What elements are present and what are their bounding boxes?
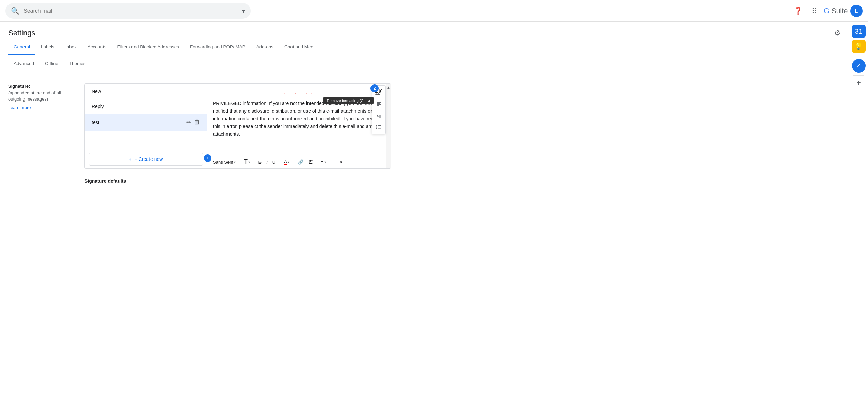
numbered-list-icon: ≔ [331,159,335,165]
tab-general[interactable]: General [8,40,35,55]
image-icon: 🖼 [308,159,313,165]
sidebar-divider-2 [853,75,864,76]
calendar-icon: 31 [855,28,862,35]
signature-text-area[interactable]: · · · · · · PRIVILEGED information. If y… [207,84,391,155]
tab-offline[interactable]: Offline [40,58,64,70]
underline-icon: U [272,159,275,165]
tips-sidebar-button[interactable]: 💡 [852,40,866,53]
tip-icon: 💡 [854,42,863,50]
badge-1: 1 [204,154,211,162]
align-chevron: ▾ [324,160,326,164]
signature-label: Signature: (appended at the end of all o… [8,83,76,189]
avatar[interactable]: L [850,5,863,17]
toolbar-sep-1 [240,158,240,165]
svg-rect-3 [378,127,381,127]
apps-grid-icon: ⠿ [812,7,817,15]
search-icon: 🔍 [11,7,19,15]
tab-labels[interactable]: Labels [35,40,60,55]
signature-text: PRIVILEGED information. If you are not t… [213,100,385,138]
font-color-button[interactable]: A ▾ [282,157,291,166]
signature-label-title: Signature: [8,83,76,89]
indent-left-icon [376,112,382,119]
create-new-label: + Create new [135,156,163,162]
help-icon: ❓ [794,7,802,15]
help-button[interactable]: ❓ [791,4,805,18]
align-button[interactable]: ≡ ▾ [319,158,328,166]
more-options-button[interactable]: ▾ [338,158,344,166]
link-button[interactable]: 🔗 [296,158,305,166]
sig-item-test[interactable]: test ✏ 🗑 [85,114,207,131]
check-icon: ✓ [856,62,862,70]
search-bar[interactable]: 🔍 ▾ [5,3,251,19]
toolbar-sep-2 [254,158,254,165]
tab-advanced[interactable]: Advanced [8,58,40,70]
bullet-list-button[interactable] [373,122,384,133]
signature-defaults-title: Signature defaults [84,178,391,184]
bold-button[interactable]: B [256,158,264,166]
signature-toolbar: 1 Sans Serif ▾ T ▾ [207,155,391,168]
font-size-chevron: ▾ [248,160,250,164]
align-icon: ≡ [321,159,324,165]
settings-gear-icon[interactable]: ⚙ [834,29,841,37]
sig-item-reply[interactable]: Reply [85,99,207,114]
page-title: Settings [8,29,35,37]
search-input[interactable] [23,8,238,14]
image-button[interactable]: 🖼 [306,158,315,166]
scroll-up-icon[interactable]: ▲ [385,84,392,91]
sig-item-new[interactable]: New [85,84,207,99]
svg-point-4 [376,128,377,129]
plus-icon: + [129,156,132,162]
primary-tabs: General Labels Inbox Accounts Filters an… [8,40,841,55]
link-icon: 🔗 [298,159,303,165]
badge-2: 2 [370,84,379,92]
sig-item-reply-label: Reply [92,104,104,109]
tab-addons[interactable]: Add-ons [251,40,279,55]
font-family-button[interactable]: Sans Serif ▾ [211,158,238,166]
toolbar-sep-3 [280,158,280,165]
signature-defaults-section: Signature defaults [84,173,391,189]
signature-label-subtitle: (appended at the end of all outgoing mes… [8,90,76,102]
apps-button[interactable]: ⠿ [807,4,821,18]
font-color-chevron: ▾ [288,160,289,164]
font-size-button[interactable]: T ▾ [242,157,252,166]
svg-rect-1 [378,125,381,126]
edit-icon[interactable]: ✏ [186,119,191,126]
signature-content: ▲ 2 T͟ ✗ [207,84,391,168]
italic-icon: I [266,159,268,165]
tab-filters[interactable]: Filters and Blocked Addresses [112,40,185,55]
underline-button[interactable]: U [270,158,278,166]
scrollbar[interactable]: ▲ [386,84,391,168]
remove-formatting-tooltip: Remove formatting (Ctrl-\) [323,97,374,104]
svg-point-0 [376,125,377,126]
toolbar-sep-5 [317,158,317,165]
learn-more-link[interactable]: Learn more [8,105,76,110]
sig-dotted-line: · · · · · · [213,89,385,97]
tab-themes[interactable]: Themes [64,58,91,70]
signature-list: New Reply test ✏ 🗑 + [85,84,207,168]
tasks-sidebar-button[interactable]: ✓ [852,59,866,73]
create-new-button[interactable]: + + Create new [89,153,203,166]
more-options-icon: ▾ [340,159,342,165]
tab-accounts[interactable]: Accounts [82,40,112,55]
add-sidebar-button[interactable]: + [856,78,861,87]
search-dropdown-icon[interactable]: ▾ [242,7,245,15]
bullet-list-icon [376,124,382,130]
indent-right-icon [376,101,382,107]
remove-fmt-container: 2 T͟ ✗ [373,87,384,98]
indent-left-button[interactable] [373,110,384,121]
tab-inbox[interactable]: Inbox [60,40,82,55]
formatting-popup: 2 T͟ ✗ [372,85,386,134]
font-size-icon: T [244,159,248,165]
delete-icon[interactable]: 🗑 [194,119,200,126]
numbered-list-button[interactable]: ≔ [329,158,337,166]
calendar-sidebar-button[interactable]: 31 [852,25,866,38]
svg-point-2 [376,127,377,128]
indent-right-button[interactable] [373,98,384,109]
sig-item-test-label: test [92,120,99,125]
svg-rect-5 [378,128,381,129]
sidebar-divider [853,56,864,56]
tab-forwarding[interactable]: Forwarding and POP/IMAP [185,40,251,55]
main-content: Settings ⚙ General Labels Inbox Accounts… [0,22,849,195]
tab-chat[interactable]: Chat and Meet [279,40,320,55]
italic-button[interactable]: I [264,158,270,166]
